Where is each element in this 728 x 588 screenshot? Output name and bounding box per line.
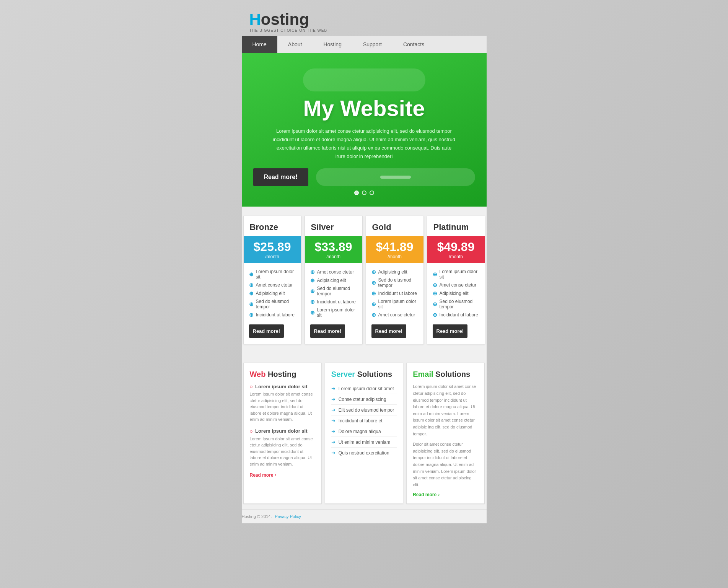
- hero-dots: [253, 191, 475, 195]
- nav-item-contacts[interactable]: Contacts: [393, 36, 435, 53]
- hero-banner: My Website Lorem ipsum dolor sit amet co…: [242, 53, 487, 207]
- server-link-4[interactable]: ➜ Incididunt ut labore et: [331, 415, 397, 426]
- list-item: ⊕Lorem ipsum dolor sit: [433, 268, 479, 281]
- hero-dot-1[interactable]: [354, 191, 359, 195]
- price-period-silver: /month: [305, 254, 362, 259]
- server-link-label: Ut enim ad minim veniam: [339, 440, 390, 445]
- price-amount-gold: $41.89: [376, 240, 414, 254]
- chevron-right-icon: ›: [275, 472, 277, 478]
- web-hosting-item-2: ○ Lorem ipsum dolor sit Lorem ipsum dolo…: [250, 428, 315, 467]
- server-solutions-card: Server Solutions ➜ Lorem ipsum dolor sit…: [325, 363, 403, 504]
- server-link-3[interactable]: ➜ Elit sed do eiusmod tempor: [331, 405, 397, 415]
- list-item: ⊕Adipisicing elit: [433, 289, 479, 298]
- bottom-section: Web Hosting ○ Lorem ipsum dolor sit Lore…: [242, 353, 487, 509]
- read-more-label: Read more: [413, 492, 436, 497]
- plus-icon: ⊕: [249, 301, 254, 307]
- web-hosting-item-title-1: ○ Lorem ipsum dolor sit: [250, 383, 315, 389]
- list-item: ⊕Sed do eiusmod tempor: [310, 285, 357, 298]
- pricing-card-gold: Gold $41.89 /month ⊕Adipisicing elit ⊕Se…: [366, 216, 424, 344]
- server-link-label: Elit sed do eiusmod tempor: [339, 407, 394, 413]
- list-item: ⊕Adipisicing elit: [371, 268, 418, 276]
- server-accent: Server: [331, 370, 355, 378]
- nav-item-home[interactable]: Home: [242, 36, 277, 53]
- arrow-icon: ➜: [331, 450, 335, 456]
- privacy-policy-link[interactable]: Privacy Policy: [275, 514, 301, 519]
- site-footer: Hosting © 2014. Privacy Policy: [242, 509, 487, 523]
- list-item: ⊕Adipisicing elit: [249, 289, 296, 298]
- web-hosting-item-title-2: ○ Lorem ipsum dolor sit: [250, 428, 315, 434]
- nav-item-about[interactable]: About: [277, 36, 313, 53]
- hero-read-more-button[interactable]: Read more!: [253, 168, 308, 186]
- plus-icon: ⊕: [371, 290, 376, 296]
- web-hosting-read-more[interactable]: Read more ›: [250, 472, 315, 478]
- footer-inner: Hosting © 2014. Privacy Policy: [242, 514, 487, 519]
- read-more-label: Read more: [250, 472, 274, 478]
- footer-copyright: Hosting © 2014.: [242, 514, 272, 519]
- plus-icon: ⊕: [310, 288, 315, 294]
- hero-input-bar: [380, 176, 411, 179]
- bottom-grid: Web Hosting ○ Lorem ipsum dolor sit Lore…: [242, 361, 487, 505]
- pricing-features-gold: ⊕Adipisicing elit ⊕Sed do eiusmod tempor…: [366, 268, 423, 319]
- email-text-2: Dolor sit amet conse ctetur adipisicing …: [413, 441, 478, 488]
- plus-icon: ⊕: [433, 271, 437, 277]
- list-item: ⊕Sed do eiusmod tempor: [249, 298, 296, 311]
- server-link-1[interactable]: ➜ Lorem ipsum dolor sit amet: [331, 383, 397, 394]
- web-hosting-item-1: ○ Lorem ipsum dolor sit Lorem ipsum dolo…: [250, 383, 315, 423]
- arrow-icon: ➜: [331, 396, 335, 402]
- hero-dot-3[interactable]: [370, 191, 374, 195]
- email-solutions-card: Email Solutions Lorem ipsum dolor sit am…: [406, 363, 485, 504]
- server-link-2[interactable]: ➜ Conse ctetur adipiscing: [331, 394, 397, 405]
- arrow-icon: ➜: [331, 386, 335, 391]
- plus-icon: ⊕: [249, 282, 254, 288]
- pricing-btn-gold[interactable]: Read more!: [371, 324, 407, 338]
- main-nav: Home About Hosting Support Contacts: [242, 36, 487, 53]
- price-amount-platinum: $49.89: [437, 240, 475, 254]
- plus-icon: ⊕: [433, 282, 437, 288]
- pricing-price-silver: $33.89 /month: [305, 236, 362, 263]
- list-item: ⊕Incididunt ut labore: [249, 311, 296, 319]
- price-period-platinum: /month: [427, 254, 485, 259]
- hero-input-area: [316, 168, 475, 186]
- plus-icon: ⊕: [433, 301, 437, 307]
- plus-icon: ⊕: [310, 299, 315, 305]
- pricing-btn-platinum[interactable]: Read more!: [433, 324, 468, 338]
- plus-icon: ⊕: [433, 290, 437, 296]
- price-amount-bronze: $25.89: [254, 240, 291, 254]
- web-accent: Web: [250, 370, 266, 378]
- pricing-grid: Bronze $25.89 /month ⊕Lorem ipsum dolor …: [242, 216, 487, 344]
- email-solutions-title: Email Solutions: [413, 370, 478, 379]
- plus-icon: ⊕: [433, 312, 437, 318]
- plus-icon: ⊕: [310, 309, 315, 316]
- plus-icon: ⊕: [249, 290, 254, 296]
- web-hosting-title: Web Hosting: [250, 370, 315, 379]
- plus-icon: ⊕: [249, 312, 254, 318]
- pricing-features-silver: ⊕Amet conse ctetur ⊕Adipisicing elit ⊕Se…: [305, 268, 362, 319]
- pricing-price-platinum: $49.89 /month: [427, 236, 485, 263]
- chevron-right-icon: ›: [438, 492, 440, 497]
- pricing-btn-silver[interactable]: Read more!: [310, 324, 345, 338]
- server-solutions-title: Server Solutions: [331, 370, 397, 379]
- pricing-btn-bronze[interactable]: Read more!: [249, 324, 284, 338]
- web-hosting-text-1: Lorem ipsum dolor sit amet conse ctetur …: [250, 391, 315, 423]
- list-item: ⊕Lorem ipsum dolor sit: [249, 268, 296, 281]
- price-amount-silver: $33.89: [315, 240, 352, 254]
- web-hosting-card: Web Hosting ○ Lorem ipsum dolor sit Lore…: [243, 363, 322, 504]
- hero-title: My Website: [253, 95, 475, 121]
- email-read-more[interactable]: Read more ›: [413, 492, 478, 497]
- list-item: ⊕Incididunt ut labore: [310, 298, 357, 306]
- pricing-price-bronze: $25.89 /month: [244, 236, 301, 263]
- nav-item-support[interactable]: Support: [352, 36, 393, 53]
- plus-icon: ⊕: [249, 271, 254, 277]
- pricing-title-bronze: Bronze: [244, 216, 301, 236]
- hero-dot-2[interactable]: [362, 191, 366, 195]
- email-accent: Email: [413, 370, 433, 378]
- server-link-6[interactable]: ➜ Ut enim ad minim veniam: [331, 437, 397, 448]
- server-link-5[interactable]: ➜ Dolore magna aliqua: [331, 426, 397, 437]
- list-item: ⊕Adipisicing elit: [310, 276, 357, 285]
- nav-item-hosting[interactable]: Hosting: [313, 36, 352, 53]
- price-period-bronze: /month: [244, 254, 301, 259]
- list-item: ⊕Incididunt ut labore: [433, 311, 479, 319]
- email-rest: Solutions: [433, 370, 471, 378]
- plus-icon: ⊕: [371, 269, 376, 275]
- server-link-7[interactable]: ➜ Quis nostrud exercitation: [331, 448, 397, 458]
